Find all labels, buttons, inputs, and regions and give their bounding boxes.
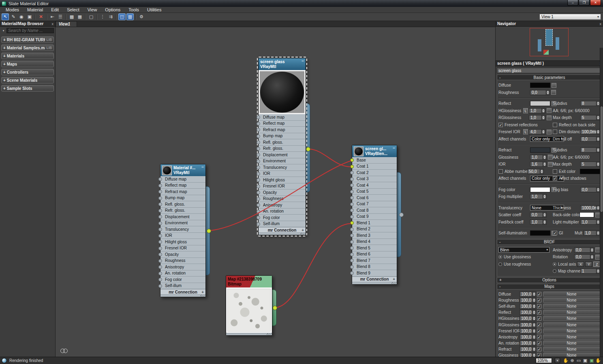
- lock-button[interactable]: L: [523, 108, 528, 113]
- node-bitmap[interactable]: Map #2138398709 Bitmap: [226, 275, 272, 336]
- axis-y-button[interactable]: Y: [585, 262, 592, 267]
- rollout-basic-parameters[interactable]: - Basic parameters: [497, 75, 602, 80]
- menu-item[interactable]: Material: [23, 7, 47, 13]
- slot-pin-icon[interactable]: [350, 158, 354, 162]
- spinner[interactable]: [532, 328, 536, 334]
- expand-icon[interactable]: +: [201, 290, 204, 294]
- fog-color-swatch[interactable]: [530, 187, 550, 192]
- node-slot[interactable]: Coat 3: [352, 176, 397, 183]
- spinner[interactable]: [546, 90, 550, 95]
- slot-pin-icon[interactable]: [158, 209, 162, 213]
- node-resize-grip[interactable]: [352, 282, 397, 284]
- filter-dropdown-icon[interactable]: ▾: [1, 28, 6, 33]
- pan-hand-icon[interactable]: ✋: [562, 358, 569, 364]
- node-slot[interactable]: Blend 3: [352, 232, 397, 239]
- map-enable-checkbox[interactable]: ✓: [537, 292, 541, 296]
- spinner[interactable]: [542, 108, 545, 113]
- move-children-icon[interactable]: ⇤: [49, 13, 56, 20]
- spinner[interactable]: [590, 247, 594, 253]
- map-enable-checkbox[interactable]: ✓: [537, 323, 541, 327]
- canvas-area[interactable]: screen glass VRayMtl − Diffuse map Refle…: [56, 27, 495, 357]
- node-slot[interactable]: Coat 5: [352, 189, 397, 195]
- axis-x-button[interactable]: X: [577, 262, 584, 267]
- light-multiplier-field[interactable]: 1,0: [580, 219, 597, 225]
- browser-group[interactable]: + Materials: [1, 53, 54, 59]
- minimize-button[interactable]: –: [567, 0, 578, 6]
- slot-pin-icon[interactable]: [257, 166, 260, 169]
- node-slot[interactable]: Diffuse map: [259, 114, 306, 121]
- node-slot[interactable]: Blend 4: [352, 239, 397, 245]
- menu-item[interactable]: Select: [63, 7, 83, 13]
- node-slot[interactable]: Coat 1: [352, 164, 397, 170]
- node-resize-grip[interactable]: [259, 232, 306, 235]
- slot-pin-icon[interactable]: [257, 185, 260, 188]
- pick-material-eyedropper-icon[interactable]: ✎: [10, 13, 17, 20]
- slot-pin-icon[interactable]: [158, 247, 162, 250]
- use-glossiness-radio[interactable]: [498, 255, 502, 259]
- slot-pin-icon[interactable]: [158, 215, 162, 219]
- material-name-field[interactable]: [497, 68, 602, 73]
- node-slot[interactable]: Refl. gloss.: [259, 139, 306, 146]
- view-select-dropdown[interactable]: View 1 ▾: [539, 14, 601, 20]
- slot-pin-icon[interactable]: [350, 215, 354, 219]
- node-material2[interactable]: Material #... VRayMtl − Diffuse map Refl…: [160, 164, 206, 297]
- spinner[interactable]: [542, 115, 545, 120]
- browser-group[interactable]: + Controllers: [1, 69, 54, 75]
- node-blend-header[interactable]: screen gl... VRayBlen... −: [352, 145, 397, 157]
- menu-item[interactable]: View: [83, 7, 101, 13]
- map-slot-button[interactable]: None: [543, 347, 600, 352]
- map-amount-field[interactable]: 100,0: [520, 334, 532, 340]
- lock-button[interactable]: L: [523, 129, 528, 134]
- slot-pin-icon[interactable]: [350, 259, 354, 262]
- node-slot[interactable]: Hilight gloss: [160, 239, 205, 245]
- node-slot[interactable]: Blend 7: [352, 258, 397, 264]
- reflect-back-side-checkbox[interactable]: [553, 123, 557, 127]
- map-enable-checkbox[interactable]: ✓: [537, 353, 541, 357]
- node-screen-glass-header[interactable]: screen glass VRayMtl −: [259, 58, 306, 70]
- refract-color-swatch[interactable]: [530, 147, 550, 153]
- roughness-field[interactable]: 0,0: [530, 90, 546, 95]
- slot-pin-icon[interactable]: [158, 190, 162, 194]
- slot-pin-icon[interactable]: [350, 240, 354, 244]
- node-slot[interactable]: Environment: [259, 158, 306, 165]
- put-material-to-scene-icon[interactable]: ◉: [18, 13, 25, 20]
- node-slot[interactable]: Displacement: [259, 152, 306, 158]
- map-slot-button[interactable]: None: [543, 328, 600, 334]
- map-slot-button[interactable]: None: [543, 353, 600, 357]
- browser-group[interactable]: + Material Samples.mat LIB: [1, 45, 54, 51]
- scatter-coeff-field[interactable]: 0,0: [530, 212, 543, 217]
- collapse-icon[interactable]: −: [302, 59, 304, 64]
- node-slot[interactable]: Blend 8: [352, 264, 397, 270]
- spinner[interactable]: [543, 155, 547, 160]
- node-slot[interactable]: Fog color: [160, 277, 205, 283]
- node-slot[interactable]: Blend 9: [352, 270, 397, 277]
- map-slot-button[interactable]: None: [543, 310, 600, 315]
- material-map-browser-toggle-icon[interactable]: ◫: [118, 13, 126, 20]
- node-material2-header[interactable]: Material #... VRayMtl −: [160, 164, 205, 176]
- spinner[interactable]: [543, 162, 547, 167]
- slot-pin-icon[interactable]: [257, 222, 260, 226]
- node-slot[interactable]: Bump map: [259, 133, 306, 140]
- node-slot[interactable]: Reflect map: [160, 183, 205, 189]
- navigator-minimap[interactable]: [496, 27, 603, 61]
- rglossiness-field[interactable]: 1,0: [529, 115, 542, 120]
- browser-group[interactable]: + Sample Slots: [1, 85, 54, 92]
- thickness-field[interactable]: 1000,0mm: [580, 205, 597, 211]
- node-slot[interactable]: Self-illum: [259, 221, 306, 228]
- ior-field[interactable]: 1,6: [530, 162, 543, 167]
- spinner[interactable]: [543, 194, 547, 199]
- slot-pin-icon[interactable]: [158, 177, 162, 181]
- zoom-region-icon[interactable]: ▭: [575, 358, 582, 364]
- spinner[interactable]: [532, 316, 536, 321]
- menu-item[interactable]: Utilities: [143, 7, 165, 13]
- map-enable-checkbox[interactable]: ✓: [537, 310, 541, 315]
- zoom-extents-selected-icon[interactable]: ▣: [588, 358, 595, 364]
- close-icon[interactable]: x: [600, 22, 602, 26]
- reflect-subdivs-field[interactable]: 8: [580, 101, 597, 106]
- refract-subdivs-field[interactable]: 8: [580, 147, 597, 153]
- output-socket-blend[interactable]: [399, 213, 404, 217]
- browser-group[interactable]: + RH 802-GRAM TURKI.. LIB: [1, 36, 54, 43]
- spinner[interactable]: [532, 292, 536, 297]
- slot-pin-icon[interactable]: [350, 246, 354, 250]
- use-roughness-radio[interactable]: [498, 262, 502, 266]
